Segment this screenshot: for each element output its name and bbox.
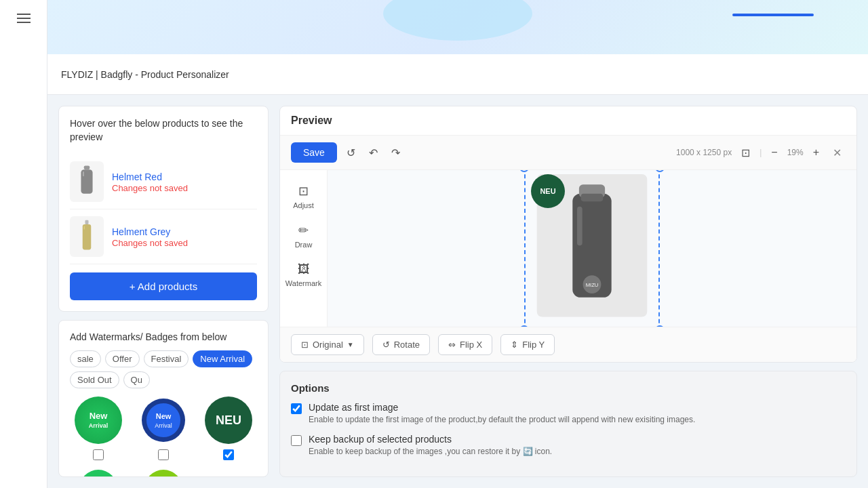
option-label-update-first-image: Update as first image [309, 402, 846, 413]
badge-checkbox-1[interactable] [93, 449, 104, 460]
product-thumbnail-helment-grey [70, 216, 104, 257]
dimension-text: 1000 x 1250 px [676, 148, 732, 157]
flip-x-icon: ⇔ [448, 340, 456, 350]
svg-rect-0 [84, 166, 90, 170]
flip-y-icon: ⇕ [511, 340, 518, 350]
close-preview-button[interactable]: ✕ [829, 145, 846, 161]
app-title: FLYDIZ | Badgfly - Product Personalizer [61, 69, 229, 80]
option-text-update-first-image: Update as first image Enable to update t… [309, 402, 846, 426]
watermark-section-title: Add Watermarks/ Badges from below [70, 331, 257, 342]
canvas-image-container: NEU [524, 170, 660, 327]
badge-item-4: New Arrival [70, 468, 127, 477]
badge-tab-festival[interactable]: Festival [144, 350, 189, 367]
badge-tab-qu[interactable]: Qu [123, 371, 150, 388]
adjust-label: Adjust [293, 201, 314, 209]
watermark-tool[interactable]: 🖼 Watermark [283, 257, 324, 293]
svg-rect-5 [84, 226, 85, 230]
watermark-icon: 🖼 [298, 262, 310, 277]
separator: | [760, 148, 762, 157]
dropdown-chevron-icon: ▼ [347, 341, 354, 348]
svg-point-10 [79, 470, 117, 477]
refresh-icon-button[interactable]: ↺ [342, 144, 359, 162]
product-status-helment-grey: Changes not saved [112, 238, 257, 248]
svg-rect-2 [83, 171, 83, 176]
save-button[interactable]: Save [291, 142, 337, 163]
dimension-info: 1000 x 1250 px ⊡ | − 19% + [676, 144, 823, 162]
product-name-link-helment-grey[interactable]: Helment Grey [112, 226, 170, 237]
badge-grid: New Arrival New [70, 396, 257, 477]
product-info-helment-grey: Helment Grey Changes not saved [112, 226, 257, 248]
product-item-helment-grey: Helment Grey Changes not saved [70, 209, 257, 264]
option-checkbox-update-first-image[interactable] [291, 403, 302, 414]
badge-tab-sale[interactable]: sale [70, 350, 101, 367]
products-hint: Hover over the below products to see the… [70, 117, 257, 144]
flip-y-label: Flip Y [522, 340, 545, 350]
badge-checkbox-2[interactable] [158, 449, 169, 460]
option-text-keep-backup: Keep backup of selected products Enable … [309, 434, 846, 458]
original-label: Original [313, 340, 343, 350]
expand-icon-button[interactable]: ⊡ [737, 144, 754, 162]
undo-icon-button[interactable]: ↶ [365, 144, 382, 162]
badge-green-speech-container: New Arrival [75, 468, 122, 477]
hamburger-menu[interactable] [17, 14, 31, 23]
original-icon: ⊡ [301, 340, 309, 350]
svg-rect-3 [85, 220, 89, 224]
svg-rect-1 [81, 169, 92, 194]
watermark-label: Watermark [285, 279, 321, 287]
right-panel: Preview Save ↺ ↶ ↷ 1000 x 1250 px ⊡ | − … [279, 106, 857, 477]
draw-icon: ✏ [298, 223, 309, 238]
rotate-button[interactable]: ↺ Rotate [372, 334, 430, 355]
adjust-tool[interactable]: ⊡ Adjust [283, 178, 324, 215]
option-item-keep-backup: Keep backup of selected products Enable … [291, 434, 846, 458]
neu-badge-canvas: NEU [531, 174, 565, 208]
badge-tabs: sale Offer Festival New Arrival Sold Out… [70, 350, 257, 388]
product-image-helmet-red [77, 165, 97, 199]
sidebar [0, 0, 47, 488]
zoom-in-button[interactable]: + [809, 144, 823, 161]
option-desc-keep-backup: Enable to keep backup of the images ,you… [309, 446, 846, 458]
badge-banner-container: New Arrival [205, 468, 252, 477]
add-products-button[interactable]: + Add products [70, 272, 257, 300]
rotate-label: Rotate [394, 340, 420, 350]
flip-x-button[interactable]: ⇔ Flip X [438, 334, 492, 355]
badge-tab-sold-out[interactable]: Sold Out [70, 371, 119, 388]
badge-tab-offer[interactable]: Offer [105, 350, 140, 367]
zoom-level: 19% [787, 148, 804, 157]
product-name-link-helmet-red[interactable]: Helmet Red [112, 171, 162, 182]
preview-bottom-toolbar: ⊡ Original ▼ ↺ Rotate ⇔ Flip X ⇕ Flip [280, 327, 856, 362]
products-card: Hover over the below products to see the… [58, 106, 269, 312]
product-image-helment-grey [77, 220, 97, 253]
app-header: FLYDIZ | Badgfly - Product Personalizer [47, 54, 868, 95]
rotate-icon: ↺ [382, 340, 390, 350]
product-item-helmet-red: Helmet Red Changes not saved [70, 155, 257, 209]
option-label-keep-backup: Keep backup of selected products [309, 434, 846, 445]
option-item-update-first-image: Update as first image Enable to update t… [291, 402, 846, 426]
badge-checkbox-3[interactable] [223, 449, 234, 460]
preview-toolbar: Save ↺ ↶ ↷ 1000 x 1250 px ⊡ | − 19% + ✕ [280, 136, 856, 170]
badge-green-speech-svg: New Arrival [75, 468, 122, 477]
svg-text:Arrival: Arrival [155, 422, 172, 429]
option-checkbox-keep-backup[interactable] [291, 435, 302, 446]
preview-tools-sidebar: ⊡ Adjust ✏ Draw 🖼 Watermark [280, 170, 328, 327]
redo-icon-button[interactable]: ↷ [387, 144, 404, 162]
badge-yellow-speech-container: New Arrival [140, 468, 187, 477]
product-thumbnail-helmet-red [70, 161, 104, 202]
badge-tab-new-arrival[interactable]: New Arrival [193, 350, 252, 367]
preview-card: Preview Save ↺ ↶ ↷ 1000 x 1250 px ⊡ | − … [279, 106, 857, 363]
main-area: FLYDIZ | Badgfly - Product Personalizer … [47, 0, 868, 488]
badge-item-6: New Arrival [200, 468, 257, 477]
zoom-out-button[interactable]: − [767, 144, 781, 161]
product-status-helmet-red: Changes not saved [112, 183, 257, 193]
flip-y-button[interactable]: ⇕ Flip Y [500, 334, 555, 355]
badge-item-3: NEU [200, 396, 257, 460]
svg-point-7 [146, 403, 181, 438]
badge-yellow-speech-svg: New Arrival [140, 468, 187, 477]
svg-text:New: New [156, 412, 172, 420]
neu-badge-text: NEU [540, 187, 555, 195]
preview-title: Preview [291, 115, 846, 127]
svg-point-14 [144, 470, 182, 477]
badge-neu-dark: NEU [205, 396, 252, 444]
original-dropdown-button[interactable]: ⊡ Original ▼ [291, 334, 364, 355]
draw-tool[interactable]: ✏ Draw [283, 218, 324, 254]
gradient-header [47, 0, 868, 54]
